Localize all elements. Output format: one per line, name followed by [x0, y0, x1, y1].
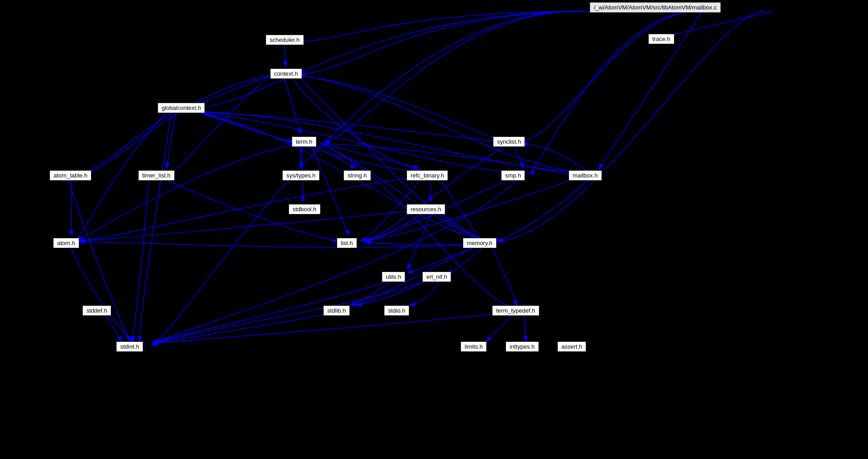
term-typedef-h-node: term_typedef.h: [492, 305, 539, 316]
stdlib-h-node: stdlib.h: [323, 305, 350, 316]
scheduler-h-node: scheduler.h: [266, 35, 304, 45]
stdbool-h-node: stdbool.h: [289, 204, 321, 214]
string-h-node: string.h: [344, 170, 371, 181]
trace-h-node: trace.h: [648, 34, 674, 44]
inttypes-h-node: inttypes.h: [506, 341, 539, 352]
timer-list-h-node: timer_list.h: [138, 170, 175, 181]
globalcontext-h-node: globalcontext.h: [158, 103, 205, 113]
limits-h-node: limits.h: [461, 341, 487, 352]
utils-h-node: utils.h: [382, 272, 405, 282]
context-h-node: context.h: [270, 68, 302, 79]
refc-binary-h-node: refc_binary.h: [407, 170, 448, 181]
erl-nif-h-node: erl_nif.h: [422, 272, 451, 282]
stddef-h-node: stddef.h: [82, 305, 111, 316]
assert-h-node: assert.h: [557, 341, 586, 352]
stdio-h-node: stdio.h: [384, 305, 409, 316]
term-h-node: term.h: [292, 136, 316, 147]
sys-types-h-node: sys/types.h: [282, 170, 320, 181]
mailbox-c-node: /_w/AtomVM/AtomVM/src/libAtomVM/mailbox.…: [590, 2, 721, 13]
memory-h-node: memory.h: [463, 238, 497, 248]
resources-h-node: resources.h: [407, 204, 445, 214]
smp-h-node: smp.h: [501, 170, 525, 181]
atom-h-node: atom.h: [53, 238, 79, 248]
mailbox-h-node: mailbox.h: [569, 170, 602, 181]
stdint-h-node: stdint.h: [116, 341, 143, 352]
atom-table-h-node: atom_table.h: [50, 170, 91, 181]
list-h-node: list.h: [337, 238, 357, 248]
synclist-h-node: synclist.h: [493, 136, 525, 147]
